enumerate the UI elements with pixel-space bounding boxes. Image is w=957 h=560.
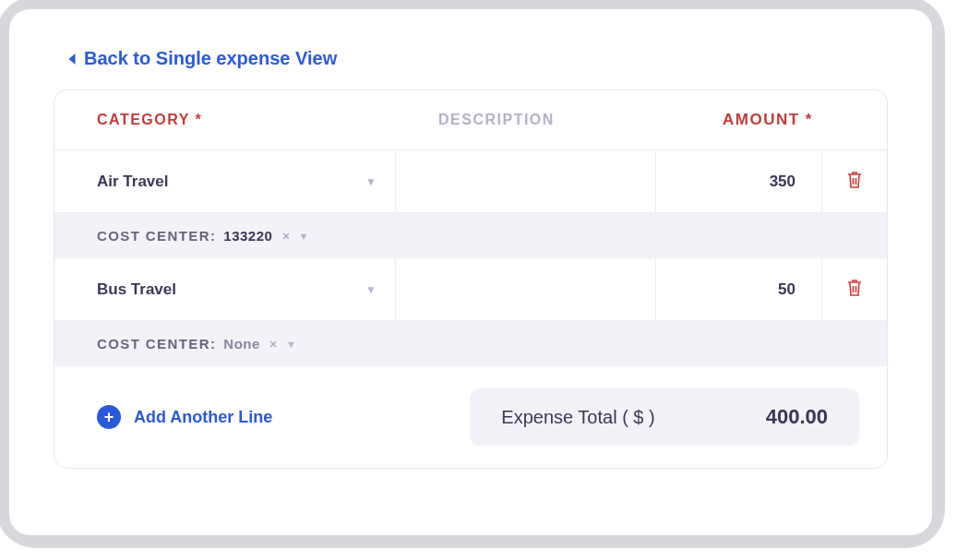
cost-center-value: 133220 bbox=[223, 228, 272, 244]
back-link-label: Back to Single expense View bbox=[84, 48, 337, 69]
table-header: CATEGORY * DESCRIPTION AMOUNT * bbox=[54, 90, 887, 150]
table-row: Air Travel ▼ 350 bbox=[54, 150, 887, 213]
cost-center-label: COST CENTER: bbox=[97, 336, 216, 351]
table-row: Bus Travel ▼ 50 bbox=[54, 258, 887, 321]
category-value: Bus Travel bbox=[97, 280, 176, 299]
amount-input[interactable]: 50 bbox=[656, 258, 822, 320]
delete-button[interactable] bbox=[845, 278, 864, 302]
total-label: Expense Total ( $ ) bbox=[501, 407, 654, 428]
chevron-down-icon: ▼ bbox=[365, 175, 377, 188]
total-value: 400.00 bbox=[766, 405, 828, 429]
expense-card: Back to Single expense View CATEGORY * D… bbox=[9, 9, 932, 535]
clear-cost-center-button[interactable]: × bbox=[269, 336, 279, 351]
back-link[interactable]: Back to Single expense View bbox=[66, 48, 337, 69]
category-value: Air Travel bbox=[97, 173, 169, 191]
expense-panel: CATEGORY * DESCRIPTION AMOUNT * Air Trav… bbox=[54, 89, 888, 469]
cost-center-row: COST CENTER: None × ▼ bbox=[54, 321, 887, 366]
expense-total: Expense Total ( $ ) 400.00 bbox=[470, 388, 859, 446]
cost-center-dropdown[interactable]: ▼ bbox=[286, 339, 297, 350]
add-line-button[interactable]: + Add Another Line bbox=[97, 405, 272, 429]
cost-center-value: None bbox=[223, 336, 260, 351]
description-input[interactable] bbox=[396, 150, 656, 212]
trash-icon bbox=[845, 170, 864, 190]
header-amount: AMOUNT * bbox=[656, 111, 822, 129]
category-select[interactable]: Bus Travel ▼ bbox=[54, 258, 396, 320]
chevron-down-icon: ▼ bbox=[365, 283, 377, 296]
trash-icon bbox=[845, 278, 864, 298]
amount-value: 350 bbox=[770, 173, 796, 191]
add-line-label: Add Another Line bbox=[134, 408, 272, 427]
cost-center-dropdown[interactable]: ▼ bbox=[299, 231, 310, 242]
cost-center-label: COST CENTER: bbox=[97, 228, 216, 244]
amount-input[interactable]: 350 bbox=[656, 150, 822, 212]
header-category: CATEGORY * bbox=[97, 112, 438, 128]
header-description: DESCRIPTION bbox=[438, 112, 656, 128]
table-footer: + Add Another Line Expense Total ( $ ) 4… bbox=[54, 366, 887, 468]
description-input[interactable] bbox=[396, 258, 656, 320]
clear-cost-center-button[interactable]: × bbox=[281, 228, 291, 244]
amount-value: 50 bbox=[778, 280, 796, 299]
cost-center-row: COST CENTER: 133220 × ▼ bbox=[54, 213, 887, 258]
plus-icon: + bbox=[97, 405, 121, 429]
back-caret-icon bbox=[66, 53, 77, 66]
category-select[interactable]: Air Travel ▼ bbox=[54, 150, 396, 212]
delete-button[interactable] bbox=[845, 170, 864, 194]
